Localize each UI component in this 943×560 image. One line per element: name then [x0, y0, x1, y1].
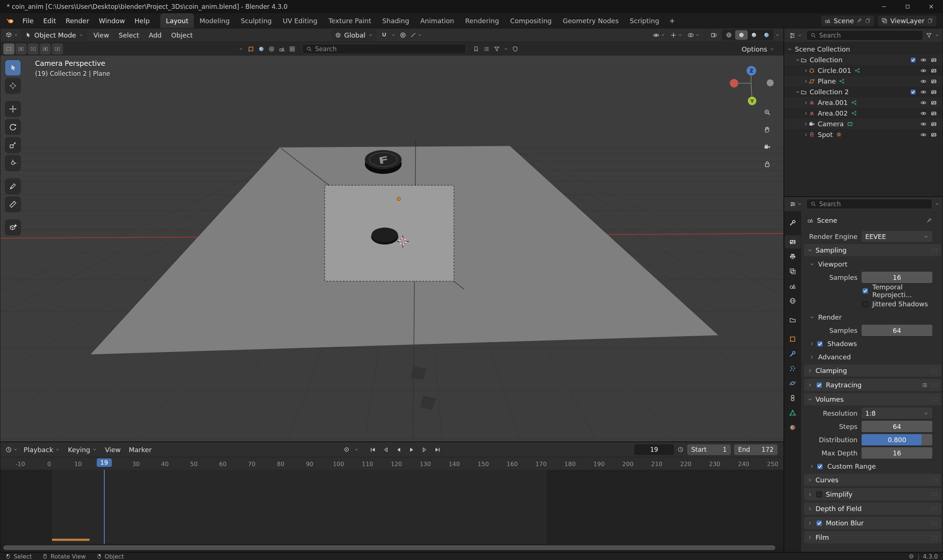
disable-in-renders-toggle[interactable] [931, 89, 937, 95]
properties-options-icon[interactable] [935, 202, 939, 206]
disable-in-renders-toggle[interactable] [931, 78, 937, 85]
max-depth-field[interactable]: 16 [861, 447, 932, 459]
panel-volumes[interactable]: Volumes [804, 393, 941, 405]
jump-to-end-button[interactable] [431, 445, 443, 455]
shield-icon[interactable] [512, 46, 519, 52]
properties-tab-tool[interactable] [784, 216, 801, 229]
properties-tab-object[interactable] [784, 332, 801, 346]
hide-in-viewport-toggle[interactable] [920, 110, 927, 117]
hide-in-viewport-toggle[interactable] [920, 89, 927, 95]
properties-tab-viewlayer[interactable] [784, 265, 801, 278]
panel-shadows[interactable]: Shadows [804, 338, 941, 349]
playhead[interactable] [104, 470, 105, 544]
menu-window[interactable]: Window [94, 17, 130, 25]
viewport-search-input[interactable] [315, 45, 462, 53]
shading-dropdown[interactable] [775, 31, 781, 38]
tool-options-dropdown[interactable] [238, 45, 244, 53]
panel-grip[interactable] [931, 397, 938, 402]
workspace-tab-uv-editing[interactable]: UV Editing [277, 13, 323, 28]
outliner-row-collection-2[interactable]: Collection 2 [784, 86, 943, 97]
outliner-filter-dropdown-icon[interactable] [935, 33, 939, 38]
panel-viewport[interactable]: Viewport [804, 258, 941, 270]
circle-filter-icon[interactable] [268, 46, 275, 52]
properties-tab-collection[interactable] [784, 313, 801, 326]
frame-start-field[interactable]: Start1 [687, 445, 731, 455]
coin-in-camera[interactable] [371, 228, 398, 245]
proportional-editing-toggle[interactable] [398, 30, 408, 40]
menu-help[interactable]: Help [130, 17, 154, 25]
panel-sampling[interactable]: Sampling [804, 244, 941, 256]
hide-in-viewport-toggle[interactable] [920, 57, 927, 63]
temporal-reprojecti-checkbox[interactable] [861, 287, 869, 295]
tool-scale[interactable] [5, 137, 21, 153]
tool-transform[interactable] [5, 155, 21, 171]
select-mode-new[interactable] [3, 43, 14, 54]
outliner-row-spot[interactable]: Spot [784, 129, 943, 140]
menu-file[interactable]: File [18, 17, 38, 25]
viewport-canvas[interactable]: F [0, 55, 783, 442]
timeline-menu-view[interactable]: View [101, 446, 125, 454]
disable-in-renders-toggle[interactable] [931, 68, 937, 74]
lock-view-button[interactable] [761, 158, 773, 171]
tool-annotate[interactable] [5, 178, 21, 194]
snapping-toggle[interactable] [379, 30, 389, 40]
outliner-filter-icon[interactable] [926, 32, 932, 38]
preview-range-icon[interactable] [677, 446, 684, 453]
properties-tab-modifiers[interactable] [784, 347, 801, 360]
properties-tab-output[interactable] [784, 250, 801, 263]
workspace-tab-texture-paint[interactable]: Texture Paint [323, 13, 377, 28]
viewport-menu-object[interactable]: Object [167, 31, 198, 39]
workspace-tab-modeling[interactable]: Modeling [194, 13, 235, 28]
options-dropdown[interactable]: Options [742, 45, 781, 53]
expand-arrow-icon[interactable] [803, 79, 809, 84]
samples-field[interactable]: 16 [861, 272, 932, 283]
display-mode-icon[interactable] [483, 46, 490, 52]
outliner-row-area-001[interactable]: Area.001 [784, 97, 943, 108]
outliner-row-camera[interactable]: Camera [784, 118, 943, 129]
disable-in-renders-toggle[interactable] [931, 131, 937, 138]
expand-arrow-icon[interactable] [803, 68, 809, 73]
expand-arrow-icon[interactable] [803, 132, 809, 137]
properties-tab-render[interactable] [784, 235, 801, 249]
current-frame-field[interactable]: 19 [634, 445, 674, 455]
hide-in-viewport-toggle[interactable] [920, 78, 927, 85]
properties-tab-scene[interactable] [784, 280, 801, 293]
expand-arrow-icon[interactable] [803, 100, 809, 105]
raytracing-checkbox[interactable] [815, 382, 823, 389]
pin-icon[interactable] [926, 217, 932, 223]
hide-in-viewport-toggle[interactable] [920, 121, 927, 128]
tool-rotate[interactable] [5, 119, 21, 135]
custom-range-checkbox[interactable] [816, 463, 824, 470]
select-mode-intersect[interactable] [52, 43, 63, 54]
resolution-dropdown[interactable]: 1:8 [861, 408, 932, 419]
simplify-checkbox[interactable] [815, 491, 823, 498]
workspace-tab-rendering[interactable]: Rendering [460, 13, 505, 28]
outliner-row-plane[interactable]: Plane [784, 76, 943, 86]
select-mode-extend[interactable] [15, 43, 26, 54]
editor-type-button[interactable] [3, 30, 20, 40]
workspace-tab-sculpting[interactable]: Sculpting [235, 13, 277, 28]
workspace-tab-animation[interactable]: Animation [415, 13, 460, 28]
auto-keying-dropdown[interactable] [353, 445, 359, 455]
disable-in-renders-toggle[interactable] [931, 121, 937, 128]
transform-orientation-dropdown[interactable]: Global [331, 30, 377, 40]
distribution-slider[interactable]: 0.800 [861, 434, 932, 446]
nodetree-icon[interactable] [851, 110, 857, 116]
properties-tab-particles[interactable] [784, 362, 801, 375]
current-frame-badge[interactable]: 19 [97, 458, 112, 467]
panel-simplify[interactable]: Simplify [804, 488, 941, 500]
visibility-dropdown[interactable] [651, 30, 667, 40]
pan-button[interactable] [761, 123, 773, 136]
overlays-dropdown[interactable] [685, 30, 702, 40]
timeline-menu-playback[interactable]: Playback [20, 446, 64, 454]
select-mode-subtract[interactable] [28, 43, 39, 54]
disable-in-renders-toggle[interactable] [931, 57, 937, 63]
steps-field[interactable]: 64 [861, 421, 932, 432]
expand-arrow-icon[interactable] [795, 57, 800, 63]
minimize-button[interactable] [872, 0, 896, 13]
gizmos-dropdown[interactable] [668, 30, 684, 40]
play-reverse-button[interactable] [392, 445, 404, 455]
outliner-editor-type-button[interactable] [787, 31, 804, 40]
filter-icon[interactable] [494, 46, 500, 52]
expand-arrow-icon[interactable] [803, 122, 809, 127]
